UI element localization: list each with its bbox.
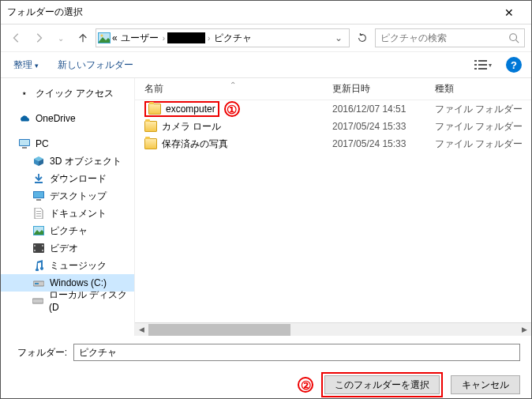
scroll-thumb[interactable] xyxy=(148,324,290,336)
music-icon xyxy=(32,259,45,272)
svg-rect-17 xyxy=(36,199,41,201)
file-row[interactable]: カメラ ロール 2017/05/24 15:33 ファイル フォルダー xyxy=(135,118,531,135)
tree-pictures[interactable]: ピクチャ xyxy=(1,222,134,239)
svg-rect-14 xyxy=(35,182,43,183)
bottom-panel: フォルダー: ② このフォルダーを選択 キャンセル xyxy=(1,336,531,399)
svg-rect-16 xyxy=(34,192,43,198)
svg-line-4 xyxy=(516,40,519,43)
tree-documents[interactable]: ドキュメント xyxy=(1,205,134,222)
search-box[interactable] xyxy=(375,28,525,47)
chevron-right-icon: › xyxy=(205,34,212,43)
address-bar[interactable]: « ユーザー › › ピクチャ ⌄ xyxy=(96,28,350,47)
up-button[interactable] xyxy=(73,28,92,47)
cube-icon xyxy=(32,155,45,168)
breadcrumb-users[interactable]: ユーザー xyxy=(119,32,160,45)
svg-rect-8 xyxy=(478,64,487,66)
file-list[interactable]: excomputer ① 2016/12/07 14:51 ファイル フォルダー… xyxy=(135,100,531,322)
help-button[interactable]: ? xyxy=(506,57,522,73)
refresh-button[interactable] xyxy=(353,28,372,47)
svg-rect-18 xyxy=(36,211,41,212)
breadcrumb-user-redacted[interactable] xyxy=(167,32,205,43)
close-button[interactable]: ✕ xyxy=(493,6,525,19)
svg-rect-12 xyxy=(20,140,29,145)
breadcrumb-pictures[interactable]: ピクチャ xyxy=(212,32,253,45)
view-options-button[interactable]: ▾ xyxy=(473,56,493,73)
recent-dropdown[interactable]: ⌄ xyxy=(51,28,70,47)
desktop-icon xyxy=(32,190,45,202)
svg-rect-13 xyxy=(22,147,27,149)
tree-3d-objects[interactable]: 3D オブジェクト xyxy=(1,152,134,170)
file-pane: 名前⌃ 更新日時 種類 excomputer ① 2016/12/07 14:5… xyxy=(135,78,531,336)
tree-videos[interactable]: ビデオ xyxy=(1,239,134,257)
svg-rect-6 xyxy=(478,60,487,62)
organize-button[interactable]: 整理 ▾ xyxy=(10,57,42,73)
tree-pc[interactable]: PC xyxy=(1,135,134,152)
pictures-icon xyxy=(98,32,111,43)
svg-rect-20 xyxy=(36,216,41,216)
folder-input[interactable] xyxy=(73,344,520,361)
file-type: ファイル フォルダー xyxy=(435,103,531,116)
svg-point-2 xyxy=(101,35,103,37)
pc-icon xyxy=(18,137,31,150)
title-bar: フォルダーの選択 ✕ xyxy=(1,1,531,24)
video-icon xyxy=(32,242,45,254)
cancel-button[interactable]: キャンセル xyxy=(451,375,520,394)
file-row[interactable]: excomputer ① 2016/12/07 14:51 ファイル フォルダー xyxy=(135,100,531,118)
annotation-label-1: ① xyxy=(224,101,240,117)
file-name: カメラ ロール xyxy=(162,120,221,134)
chevron-right-icon: › xyxy=(160,34,167,43)
sort-arrow-icon: ⌃ xyxy=(230,81,236,89)
back-button[interactable] xyxy=(7,28,26,47)
folder-icon xyxy=(144,121,157,132)
annotation-box-2: このフォルダーを選択 xyxy=(321,372,443,397)
folder-icon xyxy=(144,138,157,149)
download-icon xyxy=(32,172,45,185)
file-type: ファイル フォルダー xyxy=(435,120,531,134)
scroll-right-icon[interactable]: ▶ xyxy=(518,323,531,337)
tree-music[interactable]: ミュージック xyxy=(1,257,134,274)
svg-rect-9 xyxy=(474,68,477,70)
tree-d-drive[interactable]: ローカル ディスク (D xyxy=(1,292,134,309)
svg-rect-26 xyxy=(42,245,43,247)
tree-desktop[interactable]: デスクトップ xyxy=(1,187,134,205)
search-input[interactable] xyxy=(380,32,508,43)
tree-quick-access[interactable]: ⋆クイック アクセス xyxy=(1,85,134,102)
document-icon xyxy=(32,207,45,220)
forward-button[interactable] xyxy=(29,28,48,47)
tree-onedrive[interactable]: OneDrive xyxy=(1,110,134,127)
svg-rect-23 xyxy=(33,243,44,253)
column-type[interactable]: 種類 xyxy=(435,82,531,96)
window-title: フォルダーの選択 xyxy=(7,6,493,19)
annotation-box-1: excomputer xyxy=(144,101,219,117)
tree-downloads[interactable]: ダウンロード xyxy=(1,170,134,187)
scroll-left-icon[interactable]: ◀ xyxy=(135,323,148,337)
folder-icon xyxy=(148,104,161,115)
quick-access-icon: ⋆ xyxy=(18,87,31,100)
navigation-tree[interactable]: ⋆クイック アクセス OneDrive PC 3D オブジェクト ダウンロード … xyxy=(1,78,135,336)
column-headers[interactable]: 名前⌃ 更新日時 種類 xyxy=(135,78,531,100)
svg-rect-19 xyxy=(36,213,41,214)
new-folder-button[interactable]: 新しいフォルダー xyxy=(54,57,137,73)
toolbar: 整理 ▾ 新しいフォルダー ▾ ? xyxy=(1,51,531,78)
breadcrumb-prefix: « xyxy=(111,32,119,43)
search-icon xyxy=(508,32,519,43)
select-folder-button[interactable]: このフォルダーを選択 xyxy=(324,375,440,394)
svg-rect-10 xyxy=(478,68,487,70)
svg-rect-24 xyxy=(34,245,36,247)
file-type: ファイル フォルダー xyxy=(435,137,531,151)
column-name[interactable]: 名前⌃ xyxy=(135,82,332,96)
svg-rect-27 xyxy=(42,250,43,251)
file-name: excomputer xyxy=(166,104,215,115)
horizontal-scrollbar[interactable]: ◀ ▶ xyxy=(135,322,531,336)
file-date: 2017/05/24 15:33 xyxy=(332,138,435,149)
drive-icon xyxy=(32,294,44,307)
file-row[interactable]: 保存済みの写真 2017/05/24 15:33 ファイル フォルダー xyxy=(135,135,531,152)
svg-rect-7 xyxy=(474,64,477,66)
svg-rect-29 xyxy=(35,283,39,284)
svg-point-3 xyxy=(510,34,517,41)
pictures-icon xyxy=(32,224,45,237)
file-date: 2017/05/24 15:33 xyxy=(332,121,435,132)
nav-bar: ⌄ « ユーザー › › ピクチャ ⌄ xyxy=(1,24,531,51)
address-dropdown[interactable]: ⌄ xyxy=(330,32,347,43)
column-modified[interactable]: 更新日時 xyxy=(332,82,435,96)
